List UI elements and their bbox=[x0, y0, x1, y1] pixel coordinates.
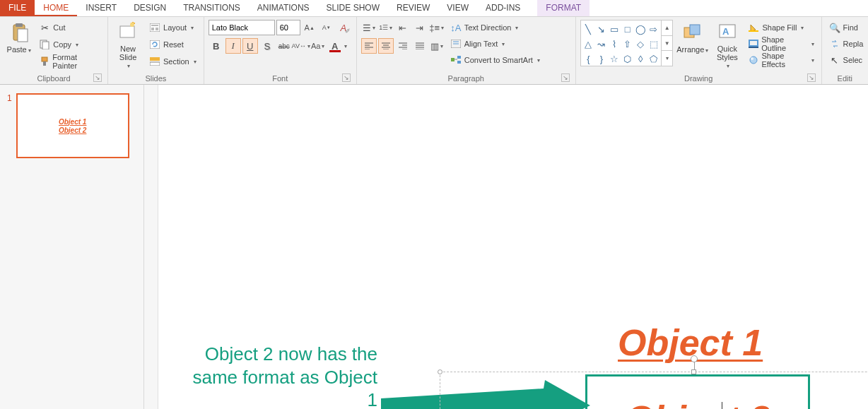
underline-button[interactable]: U bbox=[242, 38, 258, 54]
shape-rbrace-icon: } bbox=[595, 52, 607, 66]
decrease-indent-button[interactable]: ⇤ bbox=[395, 20, 411, 35]
clipboard-dialog-launcher[interactable]: ↘ bbox=[93, 73, 102, 82]
columns-button[interactable]: ▥▾ bbox=[429, 38, 445, 54]
resize-handle-nw[interactable] bbox=[438, 369, 442, 374]
object-2-highlight: Object 2 bbox=[585, 374, 810, 409]
tab-file[interactable]: FILE bbox=[0, 0, 35, 16]
dropdown-icon: ▾ bbox=[811, 41, 814, 47]
copy-button[interactable]: Copy▾ bbox=[36, 37, 103, 52]
smartart-icon bbox=[450, 54, 462, 66]
slide-thumbnail-1[interactable]: Object 1 Object 2 bbox=[16, 93, 129, 158]
gallery-more-button[interactable]: ▾ bbox=[662, 51, 672, 66]
dropdown-icon: ▾ bbox=[705, 47, 708, 54]
replace-button[interactable]: Repla bbox=[826, 36, 867, 52]
align-left-button[interactable] bbox=[361, 38, 377, 54]
drawing-dialog-launcher[interactable]: ↘ bbox=[807, 73, 816, 82]
select-button[interactable]: ↖ Selec bbox=[826, 52, 867, 68]
svg-point-8 bbox=[130, 23, 134, 27]
line-spacing-button[interactable]: ‡≡▾ bbox=[429, 20, 445, 35]
shape-rect-icon: ▭ bbox=[609, 22, 621, 36]
convert-smartart-label: Convert to SmartArt bbox=[464, 56, 533, 64]
italic-button[interactable]: I bbox=[225, 38, 241, 54]
align-text-button[interactable]: Align Text▾ bbox=[447, 36, 543, 52]
slide-canvas[interactable]: Object 1 Object 2 now has the same forma… bbox=[144, 85, 868, 409]
tab-review[interactable]: REVIEW bbox=[388, 0, 438, 16]
shape-more-icon: ⬠ bbox=[647, 52, 659, 66]
tab-view[interactable]: VIEW bbox=[438, 0, 477, 16]
text-direction-label: Text Direction bbox=[464, 23, 512, 32]
text-direction-button[interactable]: ↕A Text Direction▾ bbox=[447, 20, 543, 35]
gallery-down-button[interactable]: ▼ bbox=[662, 36, 672, 52]
group-editing: 🔍 Find Repla ↖ Selec Editi bbox=[822, 17, 868, 84]
shape-fill-label: Shape Fill bbox=[762, 23, 797, 32]
svg-rect-19 bbox=[457, 61, 461, 64]
svg-rect-2 bbox=[18, 29, 28, 42]
paragraph-dialog-launcher[interactable]: ↘ bbox=[561, 73, 570, 82]
bullets-button[interactable]: ☰▾ bbox=[361, 20, 377, 35]
group-clipboard: Paste▾ ✂ Cut Copy▾ Format Paint bbox=[0, 17, 108, 84]
layout-button[interactable]: Layout▾ bbox=[146, 20, 199, 35]
align-center-button[interactable] bbox=[378, 38, 394, 54]
section-label: Section bbox=[163, 57, 189, 66]
shadow-button[interactable]: S bbox=[259, 38, 275, 54]
tab-home[interactable]: HOME bbox=[35, 0, 77, 16]
paragraph-group-label: Paragraph bbox=[448, 74, 484, 83]
paste-button[interactable]: Paste▾ bbox=[4, 20, 33, 69]
clear-formatting-button[interactable]: A✐ bbox=[336, 20, 351, 35]
find-button[interactable]: 🔍 Find bbox=[826, 20, 867, 35]
resize-handle-n[interactable] bbox=[691, 369, 696, 374]
font-name-input[interactable] bbox=[209, 20, 275, 35]
increase-indent-button[interactable]: ⇥ bbox=[412, 20, 428, 35]
paste-icon bbox=[8, 21, 30, 44]
svg-rect-12 bbox=[156, 28, 158, 30]
increase-font-button[interactable]: A▲ bbox=[302, 20, 317, 35]
bold-button[interactable]: B bbox=[209, 38, 224, 54]
tab-animations[interactable]: ANIMATIONS bbox=[249, 0, 318, 16]
shape-outline-button[interactable]: Shape Outline▾ bbox=[745, 36, 816, 52]
vertical-ruler bbox=[144, 85, 158, 409]
cut-button[interactable]: ✂ Cut bbox=[36, 20, 103, 35]
font-color-button[interactable]: A▾ bbox=[327, 38, 343, 54]
tab-transitions[interactable]: TRANSITIONS bbox=[175, 0, 249, 16]
tab-addins[interactable]: ADD-INS bbox=[477, 0, 529, 16]
align-right-button[interactable] bbox=[395, 38, 411, 54]
svg-rect-6 bbox=[43, 61, 46, 66]
tab-format[interactable]: FORMAT bbox=[537, 0, 590, 16]
font-dialog-launcher[interactable]: ↘ bbox=[342, 73, 351, 82]
dropdown-icon: ▾ bbox=[537, 57, 540, 64]
gallery-up-button[interactable]: ▲ bbox=[662, 20, 672, 36]
align-text-label: Align Text bbox=[464, 40, 498, 48]
object-2-text[interactable]: Object 2 bbox=[625, 398, 770, 409]
copy-label: Copy bbox=[53, 40, 71, 49]
char-spacing-button[interactable]: AV↔▾ bbox=[293, 38, 309, 54]
decrease-font-button[interactable]: A▼ bbox=[319, 20, 334, 35]
shape-line-icon: ╲ bbox=[582, 22, 594, 36]
tab-insert[interactable]: INSERT bbox=[77, 0, 125, 16]
quick-styles-button[interactable]: A Quick Styles▾ bbox=[712, 20, 742, 69]
section-button[interactable]: Section▾ bbox=[146, 54, 199, 69]
format-painter-button[interactable]: Format Painter bbox=[36, 54, 103, 69]
new-slide-button[interactable]: New Slide▾ bbox=[112, 20, 143, 69]
text-direction-icon: ↕A bbox=[450, 22, 462, 33]
change-case-button[interactable]: Aa▾ bbox=[310, 38, 326, 54]
arrange-button[interactable]: Arrange▾ bbox=[676, 20, 709, 69]
strikethrough-button[interactable]: abc bbox=[276, 38, 292, 54]
tab-design[interactable]: DESIGN bbox=[125, 0, 175, 16]
select-label: Selec bbox=[843, 56, 863, 64]
tab-slideshow[interactable]: SLIDE SHOW bbox=[318, 0, 388, 16]
shape-callout-icon: ◊ bbox=[634, 52, 646, 66]
convert-smartart-button[interactable]: Convert to SmartArt▾ bbox=[447, 52, 543, 68]
svg-rect-14 bbox=[150, 57, 160, 61]
reset-button[interactable]: Reset bbox=[146, 37, 199, 52]
font-size-input[interactable] bbox=[276, 20, 300, 35]
group-font: A▲ A▼ A✐ B I U S abc AV↔▾ Aa▾ A▾ Font ↘ bbox=[204, 17, 357, 84]
shape-gallery[interactable]: ╲↘▭□◯⇨ △↝⌇⇧◇⬚ {}☆⬡◊⬠ ▲ ▼ ▾ bbox=[580, 20, 674, 66]
arrange-label: Arrange bbox=[676, 45, 704, 54]
justify-button[interactable] bbox=[412, 38, 428, 54]
shape-fill-button[interactable]: Shape Fill▾ bbox=[745, 20, 816, 35]
rotate-handle[interactable] bbox=[691, 355, 698, 362]
shape-effects-button[interactable]: Shape Effects▾ bbox=[745, 52, 816, 68]
scissors-icon: ✂ bbox=[39, 22, 50, 33]
thumb-obj2: Object 2 bbox=[59, 126, 86, 134]
numbering-button[interactable]: 1☰▾ bbox=[378, 20, 394, 35]
